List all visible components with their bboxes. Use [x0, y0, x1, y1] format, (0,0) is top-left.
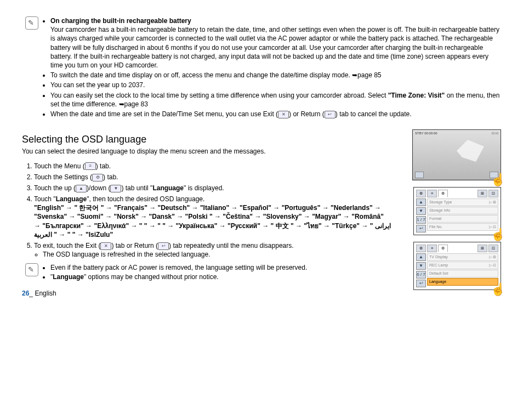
page-number: 26 — [22, 290, 29, 297]
note-list-bottom: Even if the battery pack or AC power is … — [42, 263, 307, 281]
arrow-icon: ➥ — [352, 71, 357, 79]
note-icon — [25, 263, 38, 276]
exit-icon: ✕ — [278, 111, 289, 118]
screenshot-preview-1: STBY 00:00:00⊡ ⊡ — [412, 129, 501, 180]
steps-list: Touch the Menu (≡) tab. Touch the Settin… — [22, 162, 391, 259]
language-list: "English" → " 한국어 " → "Français" → "Deut… — [34, 204, 391, 239]
arrow-icon: ➥ — [119, 100, 124, 108]
screenshot-preview-2: ⚙≡⚙⊞⊡ ▲ ▼ 1 / 7 ↩ Storage Type▷ ⊞ Storag… — [413, 187, 501, 235]
up-icon: ▲ — [76, 185, 87, 192]
note-icon — [25, 16, 38, 30]
down-icon: ▼ — [110, 185, 121, 192]
note1-body: Your camcorder has a built-in rechargeab… — [50, 26, 499, 69]
return-icon: ↩ — [325, 111, 336, 118]
settings-icon: ⚙ — [92, 174, 103, 181]
exit-icon: ✕ — [100, 242, 111, 250]
return-icon: ↩ — [158, 242, 169, 250]
screenshot-preview-3: ⚙≡⚙⊞⊡ ▲ ▼ 6 / 7 ↩ TV Display▷ ⊞ REC Lamp… — [413, 242, 501, 290]
menu-icon: ≡ — [85, 162, 96, 170]
page-footer: 26_ English — [22, 289, 391, 298]
note-list-top: On charging the built-in rechargeable ba… — [42, 16, 501, 120]
section-heading: Selecting the OSD language — [22, 133, 391, 146]
section-intro: You can select the desired language to d… — [22, 147, 391, 156]
note1-heading: On charging the built-in rechargeable ba… — [50, 17, 191, 25]
